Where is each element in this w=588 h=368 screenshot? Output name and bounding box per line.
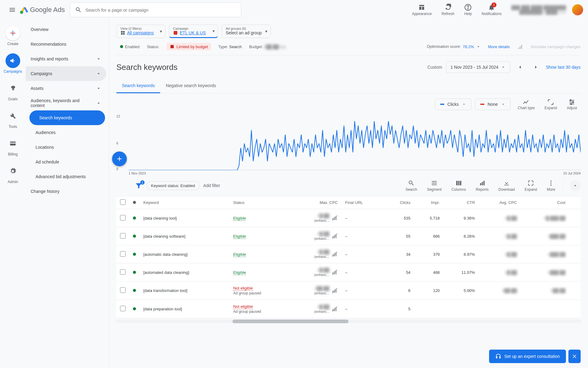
global-search-box[interactable] xyxy=(70,2,241,17)
table-row[interactable]: [automated data cleaning]Eligible€█.██(e… xyxy=(116,263,581,282)
table-row[interactable]: [data preparation tool]Not eligibleAd gr… xyxy=(116,300,581,318)
bid-simulator-icon[interactable] xyxy=(332,215,338,221)
download-button[interactable]: Download xyxy=(494,178,519,193)
account-info[interactable]: ███-███-████ ████████ ████████@████.com xyxy=(511,5,566,14)
nav-overview[interactable]: Overview xyxy=(26,22,106,37)
rail-campaigns[interactable]: Campaigns xyxy=(2,51,24,76)
segment-button[interactable]: Segment xyxy=(423,178,446,193)
view-selector[interactable]: View (2 filters) All campaigns ▾ xyxy=(116,25,165,38)
nav-advanced-bid[interactable]: Advanced bid adjustments xyxy=(26,169,106,184)
nav-locations[interactable]: Locations xyxy=(26,140,106,155)
date-next-button[interactable] xyxy=(530,61,542,73)
tab-search-keywords[interactable]: Search keywords xyxy=(116,79,160,93)
bid-simulator-icon[interactable] xyxy=(332,269,338,275)
table-expand-button[interactable]: Expand xyxy=(520,178,541,193)
google-ads-logo[interactable]: Google Ads xyxy=(20,5,65,15)
nav-search-keywords[interactable]: Search keywords xyxy=(29,110,105,125)
table-row[interactable]: [automatic data cleaning]Eligible€█.██(e… xyxy=(116,245,581,263)
notifications-button[interactable]: Notifications xyxy=(478,2,505,17)
row-checkbox[interactable] xyxy=(120,269,126,275)
row-checkbox[interactable] xyxy=(120,306,126,311)
cell-status[interactable]: Eligible xyxy=(229,209,289,227)
col-status[interactable]: Status xyxy=(229,196,289,209)
rail-billing[interactable]: Billing xyxy=(2,134,24,159)
filter-button[interactable]: 1 xyxy=(135,182,143,190)
cell-maxcpc[interactable]: €█.██(enhanc... xyxy=(289,227,341,245)
tab-negative-keywords[interactable]: Negative search keywords xyxy=(160,79,221,93)
add-filter-button[interactable]: Add filter xyxy=(203,183,220,188)
cell-status[interactable]: Not eligibleAd group paused xyxy=(229,300,289,318)
table-row[interactable]: [data transformation tool]Not eligibleAd… xyxy=(116,282,581,300)
col-keyword[interactable]: Keyword xyxy=(140,196,229,209)
rail-create[interactable]: Create xyxy=(2,23,24,48)
rail-admin[interactable]: Admin xyxy=(2,161,24,186)
bid-simulator-icon[interactable] xyxy=(332,251,338,257)
cell-maxcpc[interactable]: €█.██(enhanc... xyxy=(289,263,341,282)
primary-metric-selector[interactable]: Clicks xyxy=(435,98,471,110)
nav-change-history[interactable]: Change history xyxy=(26,184,106,199)
col-sort[interactable] xyxy=(569,196,581,209)
row-checkbox[interactable] xyxy=(120,215,126,220)
user-avatar[interactable] xyxy=(572,4,583,15)
col-cost[interactable]: Cost xyxy=(521,196,569,209)
reports-button[interactable]: Reports xyxy=(472,178,493,193)
limited-by-budget-badge[interactable]: Limited by budget xyxy=(167,43,211,50)
nav-audiences-keywords[interactable]: Audiences, keywords and content xyxy=(26,96,106,110)
nav-audiences[interactable]: Audiences xyxy=(26,125,106,140)
cell-maxcpc[interactable]: €█.██(enhanc... xyxy=(289,300,341,318)
bid-simulator-icon[interactable] xyxy=(332,306,338,312)
show-last-30-link[interactable]: Show last 30 days xyxy=(546,65,581,70)
adgroup-selector[interactable]: Ad groups (6) Select an ad group ▾ xyxy=(222,25,271,38)
col-finalurl[interactable]: Final URL xyxy=(341,196,384,209)
consultation-button[interactable]: Set up an expert consultation xyxy=(489,350,566,363)
more-details-link[interactable]: More details xyxy=(488,44,510,49)
row-checkbox[interactable] xyxy=(120,233,126,239)
nav-campaigns[interactable]: Campaigns xyxy=(26,66,106,81)
bid-simulator-icon[interactable] xyxy=(332,233,338,239)
columns-button[interactable]: Columns xyxy=(447,178,470,193)
secondary-metric-selector[interactable]: None xyxy=(475,98,510,110)
more-button[interactable]: More xyxy=(543,178,560,193)
cell-status[interactable]: Eligible xyxy=(229,227,289,245)
chart-type-button[interactable]: Chart type xyxy=(514,97,538,111)
date-prev-button[interactable] xyxy=(514,61,526,73)
cell-status[interactable]: Eligible xyxy=(229,263,289,282)
nav-recommendations[interactable]: Recommendations xyxy=(26,37,106,52)
nav-assets[interactable]: Assets xyxy=(26,81,106,96)
col-impr[interactable]: Impr. xyxy=(414,196,443,209)
consultation-close-button[interactable] xyxy=(568,350,581,363)
cell-maxcpc[interactable]: €█.██(enhanc... xyxy=(289,245,341,263)
table-row[interactable]: [data cleaning tool]Eligible€█.██(enhanc… xyxy=(116,209,581,227)
table-row[interactable]: [data cleaning software]Eligible€█.██(en… xyxy=(116,227,581,245)
refresh-button[interactable]: Refresh xyxy=(438,2,458,17)
enabled-status[interactable]: Enabled xyxy=(120,44,140,49)
row-checkbox[interactable] xyxy=(120,251,126,257)
add-keyword-fab[interactable] xyxy=(112,151,127,166)
chart-expand-button[interactable]: Expand xyxy=(541,97,561,111)
date-range-picker[interactable]: 1 Nov 2023 - 15 Jul 2024 xyxy=(446,61,510,73)
hamburger-menu-icon[interactable] xyxy=(5,2,20,17)
col-clicks[interactable]: Clicks xyxy=(384,196,414,209)
chart-adjust-button[interactable]: Adjust xyxy=(563,97,581,111)
campaign-selector[interactable]: Campaign ETL UK & US ▾ xyxy=(169,25,218,38)
row-checkbox[interactable] xyxy=(120,287,126,293)
cell-maxcpc[interactable]: €█.██(enhanc... xyxy=(289,209,341,227)
optimization-score[interactable]: Optimisation score: 78.2% xyxy=(427,44,481,49)
col-avgcpc[interactable]: Avg. CPC xyxy=(479,196,521,209)
col-ctr[interactable]: CTR xyxy=(443,196,479,209)
collapse-chart-button[interactable] xyxy=(570,180,581,191)
global-search-input[interactable] xyxy=(85,7,236,13)
table-search-button[interactable]: Search xyxy=(401,178,421,193)
cell-status[interactable]: Eligible xyxy=(229,245,289,263)
bid-simulator-icon[interactable] xyxy=(332,288,338,294)
cell-status[interactable]: Not eligibleAd group paused xyxy=(229,282,289,300)
appearance-button[interactable]: Appearance xyxy=(408,2,435,17)
help-button[interactable]: Help xyxy=(461,2,476,17)
col-maxcpc[interactable]: Max. CPC xyxy=(289,196,341,209)
rail-goals[interactable]: Goals xyxy=(2,79,24,104)
active-filter-chip[interactable]: Keyword status: Enabled xyxy=(146,181,200,190)
cell-maxcpc[interactable]: €██.██(enhanc... xyxy=(289,282,341,300)
budget-label[interactable]: Budget: €██.██/day xyxy=(249,44,286,49)
rail-tools[interactable]: Tools xyxy=(2,106,24,131)
nav-ad-schedule[interactable]: Ad schedule xyxy=(26,155,106,169)
